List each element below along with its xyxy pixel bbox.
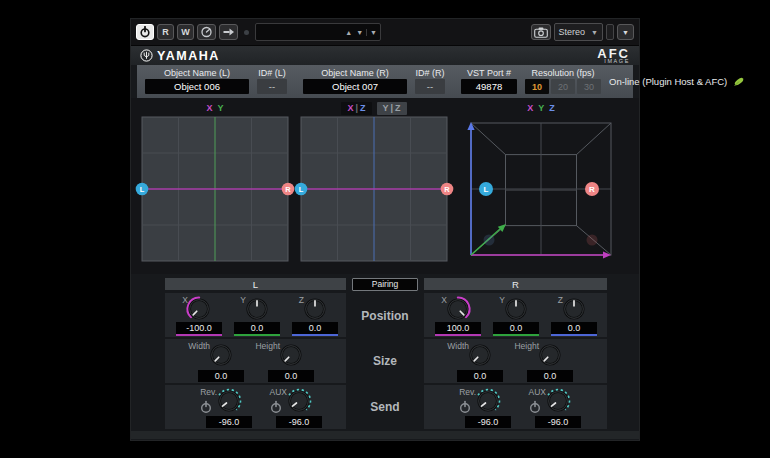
knob-dial[interactable] bbox=[208, 342, 234, 368]
knob-l-height[interactable]: Height 0.0 bbox=[256, 339, 326, 383]
afc-image-logo: AFC IMAGE bbox=[597, 47, 630, 65]
vst-port-label: VST Port # bbox=[467, 68, 511, 78]
marker-l-shadow bbox=[484, 235, 495, 246]
snapshot-button[interactable] bbox=[531, 24, 551, 40]
knob-dial[interactable] bbox=[302, 296, 328, 322]
id-l-group: ID# (L) -- bbox=[257, 67, 287, 96]
knob-value[interactable]: -96.0 bbox=[206, 416, 252, 428]
pairing-button[interactable]: Pairing bbox=[352, 278, 418, 291]
knob-value[interactable]: -100.0 bbox=[176, 322, 222, 336]
view-xyz: X Y Z bbox=[457, 100, 625, 274]
marker-l[interactable]: L bbox=[295, 183, 308, 196]
svg-text:R: R bbox=[444, 185, 450, 194]
marker-l[interactable]: L bbox=[136, 183, 149, 196]
knob-value[interactable]: 0.0 bbox=[457, 370, 503, 382]
knob-l-rev-send[interactable]: Rev. -96.0 bbox=[186, 385, 256, 429]
knob-dial[interactable] bbox=[186, 296, 212, 322]
power-toggle-icon[interactable] bbox=[199, 400, 213, 414]
knob-dial[interactable] bbox=[561, 296, 587, 322]
object-name-l-field[interactable]: Object 006 bbox=[145, 79, 249, 94]
left-size-row: Width 0.0 Height 0.0 bbox=[165, 339, 346, 383]
resolution-10-button[interactable]: 10 bbox=[525, 79, 549, 94]
knob-dial[interactable] bbox=[537, 342, 563, 368]
knob-label: Rev. bbox=[459, 387, 476, 397]
knob-r-width[interactable]: Width 0.0 bbox=[445, 339, 515, 383]
preset-dropdown-icon[interactable]: ▼ bbox=[366, 29, 377, 36]
size-section-label: Size bbox=[348, 340, 422, 384]
knob-l-width[interactable]: Width 0.0 bbox=[186, 339, 256, 383]
knob-dial[interactable] bbox=[467, 342, 493, 368]
write-automation-button[interactable]: W bbox=[177, 24, 194, 40]
parameter-bar: Object Name (L) Object 006 ID# (L) -- Ob… bbox=[137, 65, 633, 98]
marker-r[interactable]: R bbox=[282, 183, 295, 196]
right-send-row: Rev. -96.0 AUX -96.0 bbox=[424, 385, 607, 429]
knob-dial[interactable] bbox=[278, 342, 304, 368]
jog-dial-button[interactable] bbox=[197, 24, 216, 40]
power-toggle-icon[interactable] bbox=[528, 400, 542, 414]
knob-r-aux-send[interactable]: AUX -96.0 bbox=[515, 385, 585, 429]
right-object-controls: R X 100.0 Y 0.0 Z 0.0 bbox=[424, 278, 607, 431]
right-group-header: R bbox=[424, 278, 607, 290]
view-xz-tabs: X | Z Y | Z bbox=[298, 100, 450, 116]
vst-port-field[interactable]: 49878 bbox=[461, 79, 517, 94]
bypass-button[interactable] bbox=[136, 24, 154, 40]
knob-r-position-y[interactable]: Y 0.0 bbox=[487, 293, 545, 337]
id-l-field: -- bbox=[257, 79, 287, 94]
marker-r[interactable]: R bbox=[585, 182, 599, 196]
knob-r-position-x[interactable]: X 100.0 bbox=[429, 293, 487, 337]
knob-r-position-z[interactable]: Z 0.0 bbox=[545, 293, 603, 337]
knob-label: Height bbox=[514, 341, 539, 351]
knob-value[interactable]: 0.0 bbox=[551, 322, 597, 336]
xz-grid[interactable]: L R bbox=[298, 116, 450, 262]
view-xz: X | Z Y | Z bbox=[298, 100, 450, 274]
knob-value[interactable]: 0.0 bbox=[234, 322, 280, 336]
xyz-3d-view[interactable]: L R bbox=[457, 116, 625, 262]
arrow-right-icon bbox=[222, 27, 235, 37]
preset-prev-icon[interactable]: ▲ bbox=[343, 29, 354, 36]
tab-xz[interactable]: X | Z bbox=[341, 102, 371, 115]
knob-value[interactable]: 0.0 bbox=[268, 370, 314, 382]
tab-yz[interactable]: Y | Z bbox=[377, 102, 407, 115]
svg-text:L: L bbox=[140, 185, 145, 194]
preset-next-icon[interactable]: ▼ bbox=[354, 29, 365, 36]
knob-l-position-x[interactable]: X -100.0 bbox=[170, 293, 228, 337]
marker-r[interactable]: R bbox=[441, 183, 454, 196]
knob-dial[interactable] bbox=[545, 388, 571, 414]
knob-value[interactable]: 0.0 bbox=[493, 322, 539, 336]
preset-name-field[interactable]: ▲ ▼ ▼ bbox=[255, 23, 381, 41]
knob-dial[interactable] bbox=[445, 296, 471, 322]
resolution-30-button[interactable]: 30 bbox=[577, 79, 601, 94]
power-toggle-icon[interactable] bbox=[269, 400, 283, 414]
power-toggle-icon[interactable] bbox=[458, 400, 472, 414]
knob-value[interactable]: 0.0 bbox=[527, 370, 573, 382]
svg-text:R: R bbox=[589, 185, 595, 194]
knob-dial[interactable] bbox=[286, 388, 312, 414]
output-config-select[interactable]: Stereo ▼ bbox=[554, 23, 603, 41]
knob-dial[interactable] bbox=[244, 296, 270, 322]
knob-value[interactable]: -96.0 bbox=[535, 416, 581, 428]
knob-r-rev-send[interactable]: Rev. -96.0 bbox=[445, 385, 515, 429]
knob-l-position-y[interactable]: Y 0.0 bbox=[228, 293, 286, 337]
left-send-row: Rev. -96.0 AUX -96.0 bbox=[165, 385, 346, 429]
knob-l-position-z[interactable]: Z 0.0 bbox=[286, 293, 344, 337]
object-name-r-group: Object Name (R) Object 007 bbox=[303, 67, 407, 96]
knob-dial[interactable] bbox=[475, 388, 501, 414]
read-automation-button[interactable]: R bbox=[157, 24, 174, 40]
knob-l-aux-send[interactable]: AUX -96.0 bbox=[256, 385, 326, 429]
knob-value[interactable]: 0.0 bbox=[292, 322, 338, 336]
knob-dial[interactable] bbox=[216, 388, 242, 414]
xy-grid[interactable]: L R bbox=[139, 116, 291, 262]
knob-value[interactable]: -96.0 bbox=[276, 416, 322, 428]
knob-value[interactable]: 100.0 bbox=[435, 322, 481, 336]
knob-value[interactable]: -96.0 bbox=[465, 416, 511, 428]
toolbar-menu-button[interactable]: ▼ bbox=[617, 24, 634, 40]
switch-ab-button[interactable] bbox=[219, 24, 238, 40]
knob-value[interactable]: 0.0 bbox=[198, 370, 244, 382]
marker-l[interactable]: L bbox=[479, 182, 493, 196]
view-xy-tab[interactable]: X Y bbox=[139, 100, 291, 116]
knob-r-height[interactable]: Height 0.0 bbox=[515, 339, 585, 383]
resolution-20-button[interactable]: 20 bbox=[551, 79, 575, 94]
knob-dial[interactable] bbox=[503, 296, 529, 322]
svg-text:R: R bbox=[285, 185, 291, 194]
object-name-r-field[interactable]: Object 007 bbox=[303, 79, 407, 94]
